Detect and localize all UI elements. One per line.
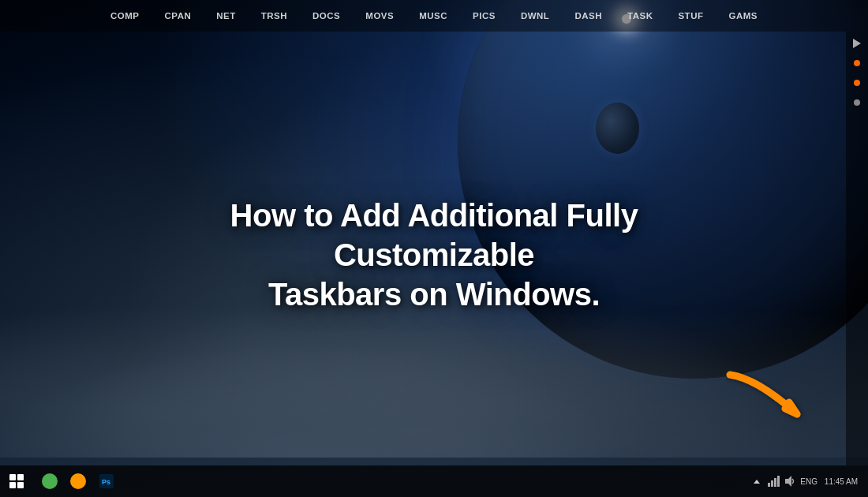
right-sidebar bbox=[846, 32, 868, 465]
clock-time: 11:45 AM bbox=[825, 476, 858, 487]
network-bars-icon bbox=[767, 475, 780, 488]
title-line2: Taskbars on Windows. bbox=[268, 277, 600, 312]
main-title: How to Add Additional Fully Customizable… bbox=[217, 196, 651, 314]
sidebar-dot2[interactable] bbox=[848, 74, 866, 92]
play-triangle-icon bbox=[853, 39, 861, 48]
top-taskbar-item-net[interactable]: NET bbox=[205, 8, 247, 24]
taskbar-icon-photoshop[interactable]: Ps bbox=[93, 468, 120, 495]
taskbar-icon-circle-orange[interactable] bbox=[65, 468, 92, 495]
title-line1: How to Add Additional Fully Customizable bbox=[230, 198, 638, 272]
orange-arrow bbox=[726, 371, 821, 426]
svg-rect-6 bbox=[777, 476, 780, 487]
chevron-up-icon bbox=[754, 480, 760, 484]
top-taskbar-items: COMPCPANNETTRSHDOCSMOVSMUSCPICSDWNLDASHT… bbox=[99, 8, 769, 24]
tray-chevron-icon[interactable] bbox=[750, 474, 764, 488]
tray-icons-group bbox=[750, 474, 797, 488]
top-taskbar-item-docs[interactable]: DOCS bbox=[301, 8, 351, 24]
win-pane-4 bbox=[17, 482, 24, 488]
orange-dot-1 bbox=[854, 60, 860, 66]
orange-dot-2 bbox=[854, 80, 860, 86]
orange-circle-icon bbox=[70, 473, 86, 489]
tray-language[interactable]: ENG bbox=[800, 476, 817, 487]
svg-text:Ps: Ps bbox=[102, 478, 110, 486]
system-tray: ENG 11:45 AM bbox=[743, 474, 868, 488]
green-circle-icon bbox=[42, 473, 58, 489]
sidebar-dot3[interactable] bbox=[848, 94, 866, 111]
svg-rect-5 bbox=[774, 478, 776, 487]
svg-marker-7 bbox=[785, 476, 791, 487]
sidebar-dot1[interactable] bbox=[848, 54, 866, 72]
tray-volume-icon[interactable] bbox=[783, 474, 797, 488]
top-taskbar-item-comp[interactable]: COMP bbox=[99, 8, 151, 24]
top-taskbar-item-pics[interactable]: PICS bbox=[462, 8, 507, 24]
tray-clock[interactable]: 11:45 AM bbox=[821, 476, 862, 487]
win-pane-1 bbox=[9, 474, 16, 480]
top-taskbar-item-trsh[interactable]: TRSH bbox=[250, 8, 298, 24]
sidebar-play-button[interactable] bbox=[848, 35, 866, 52]
win-pane-2 bbox=[17, 474, 24, 480]
top-taskbar-item-gams[interactable]: GAMS bbox=[717, 8, 769, 24]
top-taskbar-item-cpan[interactable]: CPAN bbox=[154, 8, 203, 24]
svg-rect-4 bbox=[771, 480, 773, 487]
taskbar-icons: Ps bbox=[33, 468, 123, 495]
tray-network-icon[interactable] bbox=[766, 474, 780, 488]
gray-dot bbox=[854, 99, 860, 106]
top-taskbar-item-musc[interactable]: MUSC bbox=[408, 8, 458, 24]
win-pane-3 bbox=[9, 482, 16, 488]
bottom-taskbar: Ps bbox=[0, 465, 868, 497]
language-label: ENG bbox=[800, 476, 817, 487]
volume-icon bbox=[784, 475, 796, 488]
center-title-area: How to Add Additional Fully Customizable… bbox=[217, 196, 651, 314]
taskbar-icon-circle-green[interactable] bbox=[36, 468, 63, 495]
windows-logo-icon bbox=[9, 474, 24, 488]
top-taskbar-item-task[interactable]: TASK bbox=[616, 8, 664, 24]
top-taskbar-item-movs[interactable]: MOVS bbox=[354, 8, 405, 24]
moon-visual bbox=[596, 103, 639, 154]
top-taskbar-item-dash[interactable]: DASH bbox=[563, 8, 613, 24]
top-taskbar-item-dwnl[interactable]: DWNL bbox=[510, 8, 561, 24]
photoshop-icon: Ps bbox=[99, 474, 114, 488]
start-button[interactable] bbox=[0, 465, 33, 497]
top-taskbar-item-stuf[interactable]: STUF bbox=[667, 8, 714, 24]
top-taskbar: COMPCPANNETTRSHDOCSMOVSMUSCPICSDWNLDASHT… bbox=[0, 0, 868, 32]
svg-rect-3 bbox=[768, 483, 770, 487]
